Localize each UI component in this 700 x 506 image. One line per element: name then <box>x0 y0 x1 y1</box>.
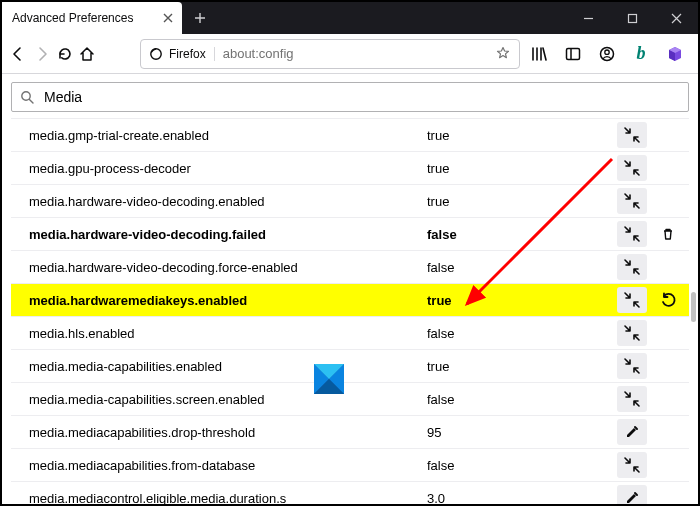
nav-toolbar: Firefox about:config b <box>2 34 698 74</box>
config-row[interactable]: media.hardwaremediakeys.enabledtrue <box>11 284 689 317</box>
config-row[interactable]: media.hardware-video-decoding.failedfals… <box>11 218 689 251</box>
pref-name: media.media-capabilities.screen.enabled <box>29 392 427 407</box>
config-row[interactable]: media.gpu-process-decodertrue <box>11 152 689 185</box>
pref-value: false <box>427 227 617 242</box>
content-area: media.gmp-trial-create.enabledtruemedia.… <box>2 74 698 504</box>
pref-name: media.hardware-video-decoding.enabled <box>29 194 427 209</box>
pref-name: media.gpu-process-decoder <box>29 161 427 176</box>
sidebar-button[interactable] <box>558 39 588 69</box>
pref-value: false <box>427 392 617 407</box>
config-search[interactable] <box>11 82 689 112</box>
pref-name: media.hardware-video-decoding.failed <box>29 227 427 242</box>
toolbar-right: b <box>524 39 700 69</box>
pref-name: media.hardwaremediakeys.enabled <box>29 293 427 308</box>
pref-name: media.mediacapabilities.drop-threshold <box>29 425 427 440</box>
pref-value: true <box>427 293 617 308</box>
browser-tab[interactable]: Advanced Preferences <box>2 2 182 34</box>
identity-label: Firefox <box>169 47 206 61</box>
account-button[interactable] <box>592 39 622 69</box>
svg-point-5 <box>605 50 609 54</box>
edit-button[interactable] <box>617 419 647 445</box>
address-text: about:config <box>223 46 487 61</box>
back-button[interactable] <box>8 39 28 69</box>
toggle-button[interactable] <box>617 155 647 181</box>
address-bar[interactable]: Firefox about:config <box>140 39 520 69</box>
extension-button[interactable] <box>660 39 690 69</box>
search-icon <box>20 90 34 104</box>
maximize-button[interactable] <box>610 2 654 34</box>
identity-box[interactable]: Firefox <box>149 47 215 61</box>
new-tab-button[interactable] <box>186 4 214 32</box>
config-row[interactable]: media.hardware-video-decoding.force-enab… <box>11 251 689 284</box>
minimize-button[interactable] <box>566 2 610 34</box>
pref-value: 3.0 <box>427 491 617 505</box>
library-button[interactable] <box>524 39 554 69</box>
pref-name: media.gmp-trial-create.enabled <box>29 128 427 143</box>
toggle-button[interactable] <box>617 122 647 148</box>
close-window-button[interactable] <box>654 2 698 34</box>
edit-button[interactable] <box>617 485 647 504</box>
delete-button[interactable] <box>653 221 683 247</box>
toggle-button[interactable] <box>617 287 647 313</box>
config-row[interactable]: media.mediacapabilities.from-databasefal… <box>11 449 689 482</box>
pref-value: 95 <box>427 425 617 440</box>
bing-icon: b <box>637 43 646 64</box>
window-controls <box>566 2 698 34</box>
reload-button[interactable] <box>56 39 74 69</box>
config-row[interactable]: media.media-capabilities.enabledtrue <box>11 350 689 383</box>
tab-title: Advanced Preferences <box>12 11 154 25</box>
config-table: media.gmp-trial-create.enabledtruemedia.… <box>11 118 689 504</box>
reset-button[interactable] <box>653 287 683 313</box>
forward-button[interactable] <box>32 39 52 69</box>
toggle-button[interactable] <box>617 254 647 280</box>
cube-icon <box>666 45 684 63</box>
pref-value: true <box>427 359 617 374</box>
svg-line-7 <box>29 99 33 103</box>
config-row[interactable]: media.hardware-video-decoding.enabledtru… <box>11 185 689 218</box>
bing-button[interactable]: b <box>626 39 656 69</box>
title-bar: Advanced Preferences <box>2 2 698 34</box>
toggle-button[interactable] <box>617 320 647 346</box>
app-menu-button[interactable] <box>694 39 700 69</box>
toggle-button[interactable] <box>617 353 647 379</box>
config-row[interactable]: media.gmp-trial-create.enabledtrue <box>11 119 689 152</box>
close-tab-icon[interactable] <box>162 12 174 24</box>
config-row[interactable]: media.hls.enabledfalse <box>11 317 689 350</box>
pref-name: media.hardware-video-decoding.force-enab… <box>29 260 427 275</box>
pref-value: false <box>427 260 617 275</box>
toggle-button[interactable] <box>617 386 647 412</box>
config-search-input[interactable] <box>42 88 680 106</box>
svg-rect-2 <box>567 48 580 59</box>
pref-name: media.hls.enabled <box>29 326 427 341</box>
pref-name: media.mediacapabilities.from-database <box>29 458 427 473</box>
pref-value: false <box>427 326 617 341</box>
bookmark-star-icon[interactable] <box>495 46 511 62</box>
firefox-icon <box>149 47 163 61</box>
pref-name: media.media-capabilities.enabled <box>29 359 427 374</box>
config-row[interactable]: media.mediacontrol.eligible.media.durati… <box>11 482 689 504</box>
pref-value: true <box>427 194 617 209</box>
home-button[interactable] <box>78 39 96 69</box>
scrollbar-thumb[interactable] <box>691 292 696 322</box>
pref-value: true <box>427 128 617 143</box>
config-row[interactable]: media.media-capabilities.screen.enabledf… <box>11 383 689 416</box>
svg-rect-0 <box>628 14 636 22</box>
config-row[interactable]: media.mediacapabilities.drop-threshold95 <box>11 416 689 449</box>
pref-value: true <box>427 161 617 176</box>
toggle-button[interactable] <box>617 452 647 478</box>
pref-name: media.mediacontrol.eligible.media.durati… <box>29 491 427 505</box>
toggle-button[interactable] <box>617 221 647 247</box>
pref-value: false <box>427 458 617 473</box>
toggle-button[interactable] <box>617 188 647 214</box>
